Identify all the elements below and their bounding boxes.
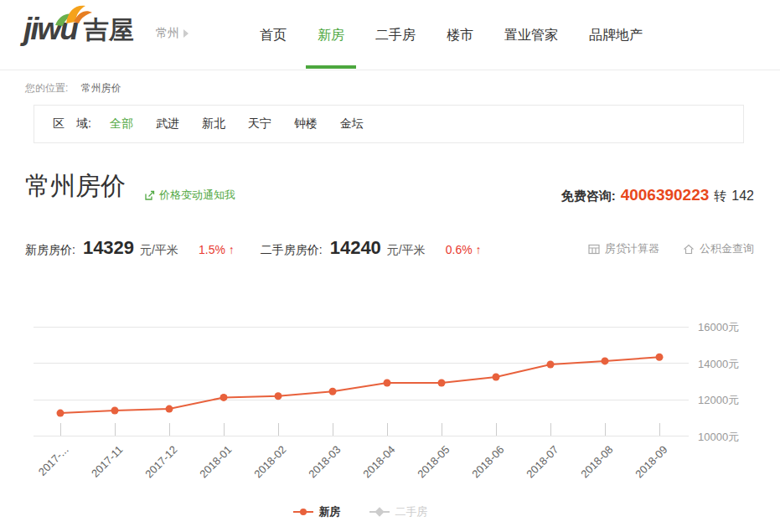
price-trend-chart: 16000元14000元12000元10000元2017-...2017-112… bbox=[0, 310, 780, 532]
consult-phone: 4006390223 bbox=[621, 186, 710, 204]
data-point bbox=[438, 380, 446, 387]
legend-item-second-hand[interactable]: 二手房 bbox=[369, 504, 428, 519]
used-price-label: 二手房房价: bbox=[261, 243, 323, 258]
nav-item-home[interactable]: 首页 bbox=[260, 0, 287, 70]
consult-ext-label: 转 bbox=[714, 189, 726, 204]
new-price-unit: 元/平米 bbox=[140, 243, 178, 258]
x-axis-label: 2018-08 bbox=[569, 443, 616, 490]
city-selector[interactable]: 常州 bbox=[156, 26, 189, 41]
x-axis-label: 2018-01 bbox=[188, 443, 235, 490]
region-option-jintan[interactable]: 金坛 bbox=[340, 116, 364, 132]
logo[interactable]: jiwu 吉屋 bbox=[23, 13, 134, 44]
notify-link-label: 价格变动通知我 bbox=[159, 188, 235, 203]
region-option-all[interactable]: 全部 bbox=[110, 116, 133, 132]
x-axis-label: 2017-12 bbox=[133, 443, 180, 490]
consult-label: 免费咨询: bbox=[561, 189, 616, 204]
data-point bbox=[547, 361, 555, 369]
page-title: 常州房价 bbox=[25, 169, 126, 204]
x-axis-label: 2018-03 bbox=[297, 443, 344, 490]
data-point bbox=[166, 405, 173, 413]
fund-house-icon bbox=[683, 244, 695, 255]
nav-item-housekeeper[interactable]: 置业管家 bbox=[504, 0, 558, 70]
calculator-icon bbox=[588, 244, 600, 255]
region-options: 全部 武进 新北 天宁 钟楼 金坛 bbox=[110, 116, 364, 132]
provident-fund-link[interactable]: 公积金查询 bbox=[683, 241, 754, 256]
legend-label: 新房 bbox=[319, 504, 341, 519]
x-axis-label: 2018-04 bbox=[351, 443, 398, 490]
y-axis-label: 10000元 bbox=[698, 430, 765, 445]
main-nav: 首页 新房 二手房 楼市 置业管家 品牌地产 bbox=[260, 0, 643, 70]
used-price-value: 14240 bbox=[330, 237, 381, 259]
breadcrumb: 您的位置: 常州房价 bbox=[0, 70, 780, 105]
new-price-value: 14329 bbox=[83, 237, 134, 259]
region-option-wujin[interactable]: 武进 bbox=[156, 116, 179, 132]
city-name: 常州 bbox=[156, 26, 179, 41]
region-option-tianning[interactable]: 天宁 bbox=[248, 116, 271, 132]
data-point bbox=[220, 394, 228, 401]
consult-block: 免费咨询: 4006390223 转 142 bbox=[561, 186, 754, 204]
y-axis-label: 12000元 bbox=[698, 393, 765, 408]
legend-item-new-house[interactable]: 新房 bbox=[293, 504, 341, 519]
new-price-change: 1.5% ↑ bbox=[199, 243, 235, 256]
new-price-label: 新房房价: bbox=[25, 243, 75, 258]
mortgage-calculator-link[interactable]: 房贷计算器 bbox=[588, 241, 659, 256]
x-axis-label: 2017-11 bbox=[79, 443, 126, 490]
x-axis-label: 2018-05 bbox=[405, 443, 452, 490]
x-axis-label: 2018-07 bbox=[514, 443, 561, 490]
provident-fund-label: 公积金查询 bbox=[700, 241, 754, 256]
data-point bbox=[602, 357, 609, 364]
notify-edit-icon bbox=[144, 190, 155, 201]
mortgage-calculator-label: 房贷计算器 bbox=[605, 241, 659, 256]
region-filter: 区 域: 全部 武进 新北 天宁 钟楼 金坛 bbox=[34, 105, 744, 143]
price-summary: 新房房价: 14329 元/平米 1.5% ↑ 二手房房价: 14240 元/平… bbox=[25, 237, 482, 259]
breadcrumb-prefix: 您的位置: bbox=[25, 82, 68, 94]
x-axis-label: 2017-... bbox=[24, 443, 71, 490]
data-point bbox=[384, 380, 391, 387]
region-option-zhonglou[interactable]: 钟楼 bbox=[294, 116, 318, 132]
legend-line-circle-icon bbox=[293, 511, 313, 513]
breadcrumb-current[interactable]: 常州房价 bbox=[81, 82, 121, 94]
nav-item-new-house[interactable]: 新房 bbox=[318, 0, 344, 70]
page: jiwu 吉屋 常州 首页 新房 二手房 楼市 置业管家 品牌地产 您的位置: … bbox=[0, 0, 780, 532]
line-chart-svg bbox=[34, 310, 695, 444]
data-point bbox=[493, 374, 500, 381]
nav-item-brand[interactable]: 品牌地产 bbox=[589, 0, 643, 70]
logo-bird-icon bbox=[52, 2, 96, 28]
y-axis-label: 14000元 bbox=[698, 357, 765, 372]
tools: 房贷计算器 公积金查询 bbox=[588, 241, 754, 256]
nav-item-market[interactable]: 楼市 bbox=[447, 0, 473, 70]
legend-label: 二手房 bbox=[395, 504, 428, 519]
region-option-xinbei[interactable]: 新北 bbox=[202, 116, 225, 132]
x-axis-label: 2018-02 bbox=[242, 443, 289, 490]
consult-ext-number: 142 bbox=[731, 189, 754, 204]
header: jiwu 吉屋 常州 首页 新房 二手房 楼市 置业管家 品牌地产 bbox=[0, 0, 780, 70]
data-point bbox=[329, 388, 337, 395]
legend-line-diamond-icon bbox=[369, 511, 390, 513]
used-price-unit: 元/平米 bbox=[387, 243, 426, 258]
used-price-change: 0.6% ↑ bbox=[446, 243, 482, 256]
chevron-right-icon bbox=[183, 29, 189, 38]
x-axis-label: 2018-06 bbox=[460, 443, 507, 490]
data-point bbox=[57, 410, 65, 417]
x-axis-label: 2018-09 bbox=[623, 443, 670, 490]
data-point bbox=[656, 354, 664, 361]
region-filter-label: 区 域: bbox=[53, 116, 91, 132]
data-point bbox=[275, 392, 282, 400]
price-notify-link[interactable]: 价格变动通知我 bbox=[144, 188, 235, 203]
data-point bbox=[111, 407, 119, 415]
nav-item-second-hand[interactable]: 二手房 bbox=[375, 0, 416, 70]
chart-legend: 新房 二手房 bbox=[0, 504, 721, 519]
y-axis-label: 16000元 bbox=[698, 320, 765, 335]
